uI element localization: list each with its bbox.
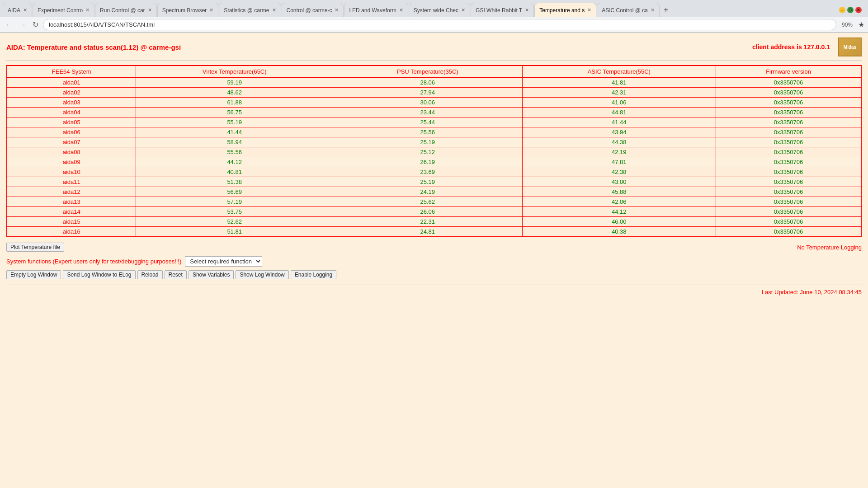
tab-spectrum-browser[interactable]: Spectrum Browser ✕ bbox=[157, 3, 219, 17]
data-cell: 52.62 bbox=[136, 217, 333, 227]
tab-bar: AIDA ✕ Experiment Contro ✕ Run Control @… bbox=[0, 0, 868, 17]
tab-close-icon[interactable]: ✕ bbox=[23, 7, 27, 13]
data-cell: 42.31 bbox=[522, 88, 716, 98]
table-row: aida0159.1928.0641.810x3350706 bbox=[7, 78, 861, 88]
tab-gsi-white-rabbit[interactable]: GSI White Rabbit T ✕ bbox=[471, 3, 534, 17]
data-cell: 43.94 bbox=[522, 127, 716, 137]
table-row: aida0456.7523.4444.810x3350706 bbox=[7, 108, 861, 117]
table-row: aida0944.1226.1947.810x3350706 bbox=[7, 157, 861, 167]
system-name-cell: aida08 bbox=[7, 147, 136, 157]
page-title: AIDA: Temperature and status scan(1.12) … bbox=[6, 43, 181, 51]
minimize-button[interactable]: – bbox=[839, 7, 845, 13]
system-name-cell: aida03 bbox=[7, 98, 136, 108]
tab-close-icon[interactable]: ✕ bbox=[148, 7, 152, 13]
data-cell: 0x3350706 bbox=[716, 177, 861, 187]
maximize-button[interactable]: □ bbox=[847, 7, 854, 13]
temperature-table: FEE64 System Virtex Temperature(65C) PSU… bbox=[6, 65, 862, 237]
tab-close-icon[interactable]: ✕ bbox=[461, 7, 465, 13]
back-button[interactable]: ← bbox=[4, 20, 14, 30]
table-row: aida1256.6924.1945.880x3350706 bbox=[7, 187, 861, 197]
data-cell: 27.94 bbox=[333, 88, 523, 98]
tab-close-icon[interactable]: ✕ bbox=[525, 7, 529, 13]
data-cell: 0x3350706 bbox=[716, 88, 861, 98]
new-tab-button[interactable]: + bbox=[660, 4, 672, 17]
logo: Midas bbox=[838, 38, 862, 56]
data-cell: 43.00 bbox=[522, 177, 716, 187]
tab-close-icon[interactable]: ✕ bbox=[399, 7, 403, 13]
data-cell: 56.75 bbox=[136, 108, 333, 117]
data-cell: 61.88 bbox=[136, 98, 333, 108]
no-logging-label: No Temperature Logging bbox=[797, 244, 862, 251]
data-cell: 26.19 bbox=[333, 157, 523, 167]
tab-temperature[interactable]: Temperature and s ✕ bbox=[534, 3, 596, 17]
forward-button[interactable]: → bbox=[17, 20, 28, 30]
enable-logging-button[interactable]: Enable Logging bbox=[291, 270, 336, 279]
tab-system-wide[interactable]: System wide Chec ✕ bbox=[409, 3, 470, 17]
data-cell: 46.00 bbox=[522, 217, 716, 227]
tab-close-icon[interactable]: ✕ bbox=[209, 7, 213, 13]
tab-close-icon[interactable]: ✕ bbox=[272, 7, 276, 13]
tab-led-waveform[interactable]: LED and Waveform ✕ bbox=[344, 3, 408, 17]
table-row: aida1357.1925.6242.060x3350706 bbox=[7, 197, 861, 207]
function-select[interactable]: Select required function bbox=[185, 256, 262, 267]
reload-button[interactable]: ↻ bbox=[31, 19, 40, 30]
tab-run-control[interactable]: Run Control @ car ✕ bbox=[95, 3, 157, 17]
data-cell: 0x3350706 bbox=[716, 108, 861, 117]
empty-log-button[interactable]: Empty Log Window bbox=[6, 270, 61, 279]
show-vars-button[interactable]: Show Variables bbox=[189, 270, 234, 279]
data-cell: 30.06 bbox=[333, 98, 523, 108]
data-cell: 0x3350706 bbox=[716, 137, 861, 147]
system-name-cell: aida16 bbox=[7, 227, 136, 237]
reset-button[interactable]: Reset bbox=[165, 270, 187, 279]
data-cell: 25.44 bbox=[333, 117, 523, 127]
reload-button[interactable]: Reload bbox=[137, 270, 163, 279]
tab-aida[interactable]: AIDA ✕ bbox=[3, 3, 32, 17]
table-row: aida0758.9425.1944.380x3350706 bbox=[7, 137, 861, 147]
col-header-firmware: Firmware version bbox=[716, 66, 861, 78]
table-row: aida0855.5625.1242.190x3350706 bbox=[7, 147, 861, 157]
data-cell: 0x3350706 bbox=[716, 227, 861, 237]
data-cell: 25.12 bbox=[333, 147, 523, 157]
data-cell: 42.19 bbox=[522, 147, 716, 157]
system-name-cell: aida09 bbox=[7, 157, 136, 167]
tab-asic-control[interactable]: ASIC Control @ ca ✕ bbox=[597, 3, 660, 17]
data-cell: 44.38 bbox=[522, 137, 716, 147]
system-name-cell: aida06 bbox=[7, 127, 136, 137]
bookmark-button[interactable]: ★ bbox=[858, 20, 864, 29]
system-name-cell: aida02 bbox=[7, 88, 136, 98]
address-input[interactable] bbox=[43, 19, 836, 30]
send-log-button[interactable]: Send Log Window to ELog bbox=[63, 270, 135, 279]
data-cell: 55.56 bbox=[136, 147, 333, 157]
tab-experiment-control[interactable]: Experiment Contro ✕ bbox=[33, 3, 94, 17]
data-cell: 0x3350706 bbox=[716, 78, 861, 88]
client-address: client address is 127.0.0.1 bbox=[752, 43, 830, 51]
system-name-cell: aida14 bbox=[7, 207, 136, 217]
system-name-cell: aida12 bbox=[7, 187, 136, 197]
data-cell: 41.06 bbox=[522, 98, 716, 108]
tab-statistics[interactable]: Statistics @ carme ✕ bbox=[219, 3, 281, 17]
system-name-cell: aida10 bbox=[7, 167, 136, 177]
data-cell: 58.94 bbox=[136, 137, 333, 147]
tab-close-icon[interactable]: ✕ bbox=[335, 7, 339, 13]
page-content: AIDA: Temperature and status scan(1.12) … bbox=[0, 33, 868, 440]
show-log-button[interactable]: Show Log Window bbox=[236, 270, 288, 279]
data-cell: 57.19 bbox=[136, 197, 333, 207]
data-cell: 48.62 bbox=[136, 88, 333, 98]
data-cell: 0x3350706 bbox=[716, 157, 861, 167]
tab-control[interactable]: Control @ carme-c ✕ bbox=[282, 3, 344, 17]
page-header: AIDA: Temperature and status scan(1.12) … bbox=[6, 38, 862, 61]
data-cell: 24.81 bbox=[333, 227, 523, 237]
plot-temperature-button[interactable]: Plot Temperature file bbox=[6, 243, 64, 252]
system-name-cell: aida01 bbox=[7, 78, 136, 88]
data-cell: 51.81 bbox=[136, 227, 333, 237]
tab-close-icon[interactable]: ✕ bbox=[85, 7, 90, 13]
data-cell: 25.19 bbox=[333, 137, 523, 147]
data-cell: 0x3350706 bbox=[716, 197, 861, 207]
data-cell: 40.38 bbox=[522, 227, 716, 237]
tab-close-icon[interactable]: ✕ bbox=[651, 7, 655, 13]
data-cell: 25.62 bbox=[333, 197, 523, 207]
data-cell: 25.19 bbox=[333, 177, 523, 187]
data-cell: 51.38 bbox=[136, 177, 333, 187]
close-window-button[interactable]: ✕ bbox=[855, 7, 862, 13]
tab-close-icon[interactable]: ✕ bbox=[587, 7, 591, 13]
